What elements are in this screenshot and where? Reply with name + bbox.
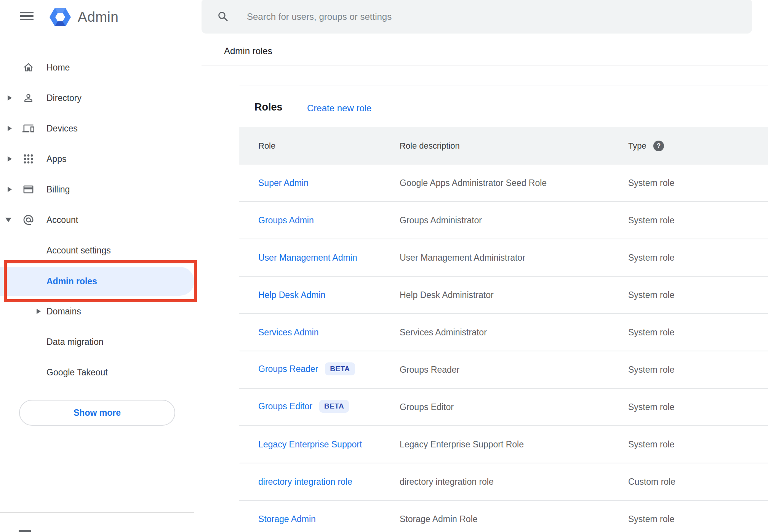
role-link[interactable]: directory integration role [258, 477, 352, 487]
table-row: Storage Admin Storage Admin Role System … [239, 501, 768, 532]
role-link[interactable]: Storage Admin [258, 514, 316, 524]
sidebar-item-apps[interactable]: Apps [0, 144, 196, 174]
role-link[interactable]: Groups EditorBETA [258, 401, 349, 413]
beta-badge: BETA [319, 400, 349, 413]
show-more-button[interactable]: Show more [19, 400, 175, 426]
card-title: Roles [254, 101, 283, 113]
roles-table: Super Admin Google Apps Administrator Se… [239, 165, 768, 532]
sidebar-item-billing[interactable]: Billing [0, 174, 196, 205]
role-link[interactable]: User Management Admin [258, 253, 357, 263]
show-more-label: Show more [74, 408, 121, 418]
table-row: Services Admin Services Administrator Sy… [239, 314, 768, 351]
role-link-text: Groups Editor [258, 401, 312, 411]
sidebar-item-label: Directory [46, 93, 82, 103]
sidebar-item-google-takeout[interactable]: Google Takeout [0, 357, 196, 388]
create-new-role-link[interactable]: Create new role [307, 103, 371, 114]
apps-grid-icon [22, 153, 34, 165]
sidebar-item-devices[interactable]: Devices [0, 113, 196, 144]
devices-icon [22, 123, 34, 135]
sidebar-item-label: Billing [46, 184, 70, 195]
sidebar-item-label: Account settings [46, 245, 111, 256]
sidebar-item-label: Devices [46, 123, 78, 134]
sidebar-item-directory[interactable]: Directory [0, 83, 196, 113]
cutoff-bottom-icon [19, 530, 31, 532]
role-description: Services Administrator [400, 327, 487, 338]
admin-hexagon-logo[interactable] [49, 6, 72, 28]
help-icon[interactable]: ? [653, 141, 664, 151]
expand-caret-icon[interactable] [8, 187, 12, 192]
table-row: User Management Admin User Management Ad… [239, 239, 768, 277]
role-type: System role [628, 402, 674, 412]
table-header: Role Role description Type ? [239, 127, 768, 165]
billing-card-icon [22, 184, 34, 195]
sidebar-item-home[interactable]: Home [0, 52, 196, 83]
column-header-type: Type [628, 141, 646, 151]
role-description: Legacy Enterprise Support Role [400, 439, 524, 450]
role-type: System role [628, 290, 674, 300]
app-title: Admin [78, 9, 118, 25]
sidebar-item-label: Data migration [46, 337, 104, 347]
table-row: Groups EditorBETA Groups Editor System r… [239, 389, 768, 426]
sidebar-item-label: Google Takeout [46, 367, 108, 378]
table-row: Help Desk Admin Help Desk Administrator … [239, 277, 768, 314]
sidebar-item-label: Home [46, 62, 70, 73]
search-input[interactable] [247, 0, 742, 34]
role-link[interactable]: Services Admin [258, 327, 319, 338]
at-sign-icon [22, 214, 34, 226]
table-row: Groups ReaderBETA Groups Reader System r… [239, 351, 768, 389]
home-icon [22, 62, 34, 74]
role-description: Google Apps Administrator Seed Role [400, 178, 547, 188]
role-description: Groups Reader [400, 365, 459, 375]
sidebar-item-data-migration[interactable]: Data migration [0, 327, 196, 357]
column-header-role: Role [258, 141, 275, 151]
role-type: System role [628, 439, 674, 450]
role-link[interactable]: Groups ReaderBETA [258, 363, 355, 376]
expand-caret-icon[interactable] [8, 126, 12, 131]
sidebar-item-label: Admin roles [46, 276, 97, 287]
role-type: System role [628, 178, 674, 188]
sidebar-item-label: Apps [46, 154, 66, 164]
beta-badge: BETA [325, 362, 355, 375]
role-description: Storage Admin Role [400, 514, 478, 524]
google-admin-console: Admin Admin roles Home Directory [0, 0, 768, 532]
role-link[interactable]: Legacy Enterprise Support [258, 439, 362, 450]
search-bar[interactable] [202, 0, 752, 34]
role-link[interactable]: Super Admin [258, 178, 309, 188]
role-description: User Management Administrator [400, 253, 525, 263]
sidebar-divider [0, 512, 194, 513]
table-row: Super Admin Google Apps Administrator Se… [239, 165, 768, 202]
table-row: directory integration role directory int… [239, 463, 768, 501]
role-type: System role [628, 253, 674, 263]
sidebar-item-account-settings[interactable]: Account settings [0, 235, 196, 266]
role-type: System role [628, 327, 674, 338]
expand-caret-icon[interactable] [8, 95, 12, 101]
collapse-caret-icon[interactable] [5, 218, 11, 222]
role-type: System role [628, 365, 674, 375]
role-description: directory integration role [400, 477, 494, 487]
table-row: Groups Admin Groups Administrator System… [239, 202, 768, 239]
role-description: Groups Administrator [400, 215, 482, 226]
table-row: Legacy Enterprise Support Legacy Enterpr… [239, 426, 768, 463]
role-link[interactable]: Help Desk Admin [258, 290, 325, 300]
role-type: System role [628, 215, 674, 226]
sidebar-item-account[interactable]: Account [0, 205, 196, 235]
sidebar-item-label: Account [46, 215, 78, 225]
sidebar-item-admin-roles-selected[interactable]: Admin roles [0, 267, 194, 296]
role-description: Groups Editor [400, 402, 454, 412]
header-divider [202, 66, 768, 66]
breadcrumb: Admin roles [224, 46, 272, 56]
role-link[interactable]: Groups Admin [258, 215, 314, 226]
sidebar-item-label: Domains [46, 306, 81, 317]
roles-card: Roles Create new role Role Role descript… [239, 85, 768, 532]
role-link-text: Groups Reader [258, 364, 318, 374]
expand-caret-icon[interactable] [8, 156, 12, 162]
sidebar-item-domains[interactable]: Domains [0, 296, 196, 327]
sidebar-nav: Home Directory Devices [0, 42, 202, 532]
column-header-description: Role description [400, 141, 460, 151]
role-type: System role [628, 514, 674, 524]
search-icon [217, 10, 230, 23]
expand-caret-icon[interactable] [37, 309, 41, 314]
role-type: Custom role [628, 477, 675, 487]
hamburger-menu-icon[interactable] [20, 12, 34, 20]
person-icon [22, 92, 34, 104]
